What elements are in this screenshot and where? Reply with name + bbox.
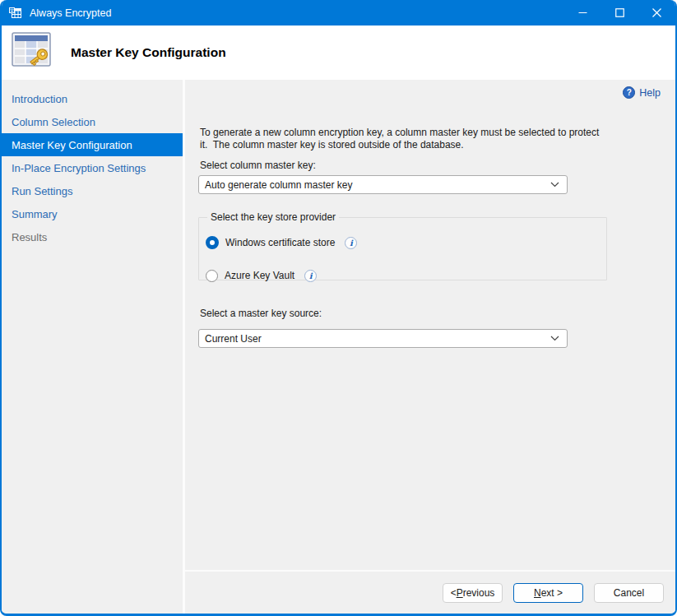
close-button[interactable] [638,0,675,25]
help-icon: ? [623,86,635,99]
column-master-key-select[interactable]: Auto generate column master key [198,175,568,194]
sidebar-item-in-place-encryption-settings[interactable]: In-Place Encryption Settings [2,156,183,179]
cancel-button[interactable]: Cancel [594,583,664,603]
minimize-button[interactable] [564,0,601,25]
azure-key-vault-label: Azure Key Vault [225,270,294,281]
title-bar[interactable]: Always Encrypted [2,0,675,25]
previous-button[interactable]: < Previous [443,583,503,603]
wizard-footer: < Previous Next > Cancel [185,570,675,614]
next-button[interactable]: Next > [513,583,583,603]
maximize-button[interactable] [601,0,638,25]
key-store-provider-legend: Select the key store provider [207,211,339,223]
info-icon[interactable]: i [304,270,317,282]
master-key-source-label: Select a master key source: [200,308,322,319]
azure-key-vault-option[interactable]: Azure Key Vault i [206,267,606,284]
sidebar-item-introduction[interactable]: Introduction [2,87,183,110]
chevron-down-icon [550,182,559,188]
master-key-source-value: Current User [205,333,262,345]
radio-selected-icon [206,236,219,249]
always-encrypted-icon [9,7,22,20]
sidebar-item-run-settings[interactable]: Run Settings [2,179,183,202]
sidebar-item-master-key-configuration[interactable]: Master Key Configuration [2,133,183,156]
radio-unselected-icon [206,270,218,282]
help-label: Help [639,87,661,99]
wizard-steps-sidebar: Introduction Column Selection Master Key… [2,80,183,614]
sidebar-item-results: Results [2,225,183,248]
windows-certificate-store-label: Windows certificate store [225,237,335,248]
table-key-icon [9,30,53,76]
page-title: Master Key Configuration [71,45,226,60]
description-text: To generate a new column encryption key,… [200,127,661,151]
column-master-key-label: Select column master key: [200,160,316,171]
help-link[interactable]: ? Help [623,86,661,99]
sidebar-item-column-selection[interactable]: Column Selection [2,110,183,133]
always-encrypted-wizard-window: Always Encrypted [0,0,677,616]
key-store-provider-group: Select the key store provider Windows ce… [198,211,607,280]
main-panel: ? Help To generate a new column encrypti… [185,80,675,614]
windows-certificate-store-option[interactable]: Windows certificate store i [206,234,606,251]
master-key-source-select[interactable]: Current User [198,329,568,348]
column-master-key-value: Auto generate column master key [205,179,352,191]
info-icon[interactable]: i [345,237,357,249]
wizard-header: Master Key Configuration [2,25,675,80]
window-title: Always Encrypted [30,7,111,19]
chevron-down-icon [550,336,559,341]
sidebar-item-summary[interactable]: Summary [2,202,183,225]
